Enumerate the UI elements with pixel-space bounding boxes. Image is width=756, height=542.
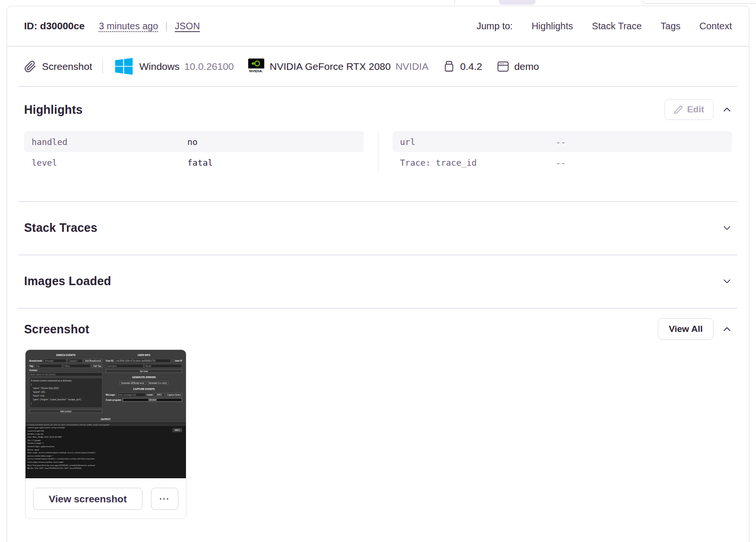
release-version[interactable]: 0.4.2: [460, 61, 482, 72]
jump-link-context[interactable]: Context: [699, 21, 732, 32]
mini-input: Category: [68, 359, 83, 363]
gpu-vendor[interactable]: NVIDIA: [395, 61, 428, 72]
mini-button: Add Tag: [92, 364, 102, 368]
os-version[interactable]: 10.0.26100: [184, 61, 234, 72]
mini-label: Message:: [106, 394, 116, 396]
kv-key: level: [32, 158, 187, 168]
mini-button: Set User: [106, 369, 182, 373]
mini-button: Add context: [29, 409, 102, 413]
stack-traces-title: Stack Traces: [24, 221, 97, 235]
kv-key: Trace: trace_id: [400, 158, 556, 168]
screenshot-thumbnail-image[interactable]: ENRICH EVENTS Breadcrumb: Message Catego…: [25, 350, 186, 478]
top-partial-divider: [454, 0, 455, 3]
mini-label: Tag:: [29, 365, 34, 367]
kv-value: fatal: [187, 158, 213, 168]
collapse-screenshot-button[interactable]: [722, 324, 732, 334]
mini-enrich-panel: ENRICH EVENTS Breadcrumb: Message Catego…: [29, 353, 102, 413]
nvidia-logo-text: NVIDIA.: [249, 68, 263, 74]
mini-label: Context: [29, 369, 37, 372]
environment-label[interactable]: demo: [514, 61, 539, 72]
gpu-name: NVIDIA GeForce RTX 2080: [270, 61, 391, 72]
chevron-up-icon: [722, 105, 732, 115]
images-loaded-title: Images Loaded: [24, 274, 111, 288]
collapse-highlights-button[interactable]: [722, 105, 732, 115]
kv-key: url: [400, 137, 556, 147]
mini-input: Username: [106, 364, 143, 368]
pencil-icon: [674, 105, 683, 114]
view-all-button[interactable]: View All: [658, 318, 714, 340]
mini-button: Capture Event: [166, 393, 182, 397]
view-screenshot-button[interactable]: View screenshot: [33, 488, 143, 510]
attachment-label[interactable]: Screenshot: [42, 61, 92, 72]
paperclip-icon: [24, 60, 36, 73]
chevron-up-icon: [722, 324, 732, 334]
context-divider: [102, 59, 103, 74]
mini-button: Add Breadcrumb: [84, 359, 102, 363]
jump-link-highlights[interactable]: Highlights: [531, 21, 573, 32]
mini-checkbox: [172, 360, 174, 362]
mini-label: Crash program:: [106, 399, 122, 401]
thumbnail-footer: View screenshot ···: [25, 478, 186, 518]
mini-output-title: OUTPUT: [25, 416, 186, 422]
screenshot-thumbnail-card: ENRICH EVENTS Breadcrumb: Message Catego…: [25, 349, 186, 519]
mini-context-code: # custom context expressed as a dictiona…: [29, 378, 102, 408]
mini-panel-title: USER INFO: [106, 353, 182, 357]
kv-row-handled: handled no: [24, 131, 364, 152]
mini-label: Infer IP: [175, 360, 182, 362]
mini-panel-title: ENRICH EVENTS: [29, 353, 102, 357]
mini-userinfo-panel: USER INFO User ID: e9c35f9f-290b-471d-db…: [106, 353, 182, 413]
mini-label: Level:: [147, 394, 153, 396]
mini-input: Message: [44, 359, 67, 363]
event-context-bar: Screenshot Windows 10.0.26100 NVIDIA.: [7, 47, 749, 86]
json-link[interactable]: JSON: [175, 21, 200, 32]
kv-row-trace-id: Trace: trace_id --: [393, 152, 732, 173]
kv-row-level: level fatal: [24, 152, 364, 173]
mini-label: User ID:: [106, 360, 114, 362]
header-separator: |: [165, 21, 168, 32]
top-partial-strip: [0, 0, 756, 6]
event-details-card: ID: d30000ce 3 minutes ago | JSON Jump t…: [7, 6, 749, 542]
highlights-section: Highlights Edit: [7, 87, 749, 201]
edit-highlights-button[interactable]: Edit: [664, 99, 714, 120]
mini-input: Enter message text: [117, 393, 146, 397]
nvidia-logo: NVIDIA.: [248, 59, 264, 75]
event-time-link[interactable]: 3 minutes ago: [99, 21, 158, 32]
expand-images-loaded-button[interactable]: [722, 276, 732, 286]
kv-value: no: [187, 137, 198, 147]
mini-input: Key: [35, 364, 62, 368]
images-loaded-section: Images Loaded: [7, 255, 749, 308]
stack-traces-section: Stack Traces: [7, 202, 749, 254]
mini-input: Email: [144, 364, 182, 368]
jump-link-tags[interactable]: Tags: [661, 21, 680, 32]
mini-button: Generate C++ error: [147, 381, 168, 385]
kv-row-url: url --: [393, 131, 732, 152]
mini-output-log: x-sentry-envelope {event_id, sent_at, tr…: [25, 423, 186, 478]
kv-column-divider: [378, 131, 378, 173]
top-partial-pill: [499, 0, 536, 5]
screenshot-section: Screenshot View All: [7, 309, 749, 519]
edit-label: Edit: [687, 104, 704, 115]
expand-stack-traces-button[interactable]: [722, 223, 732, 233]
os-name: Windows: [139, 61, 179, 72]
kv-value: --: [556, 158, 566, 168]
screenshot-more-button[interactable]: ···: [151, 488, 178, 510]
mini-input: e9c35f9f-290b-471d-dbcb-3ad096821733: [115, 359, 171, 363]
mini-info-chip: INFO: [172, 428, 182, 432]
screenshot-title: Screenshot: [24, 322, 89, 336]
highlights-title: Highlights: [24, 103, 83, 117]
event-header: ID: d30000ce 3 minutes ago | JSON Jump t…: [7, 6, 749, 47]
package-icon: [443, 60, 455, 73]
jump-to-label: Jump to:: [477, 21, 513, 32]
top-partial-panel: [642, 0, 756, 4]
chevron-down-icon: [722, 276, 732, 286]
mini-input: Enter name for the context: [29, 373, 102, 376]
kv-key: handled: [32, 137, 187, 147]
mini-button: Generate GDScript error: [120, 381, 146, 385]
kv-value: --: [556, 137, 566, 147]
windows-logo: [115, 58, 133, 75]
mini-panel-title: CAPTURE EVENTS: [106, 387, 182, 391]
mini-label: Breadcrumb:: [29, 360, 42, 362]
jump-link-stack-trace[interactable]: Stack Trace: [592, 21, 642, 32]
mini-panel-title: GENERATE ERRORS: [106, 375, 182, 380]
event-id: ID: d30000ce: [24, 20, 84, 32]
